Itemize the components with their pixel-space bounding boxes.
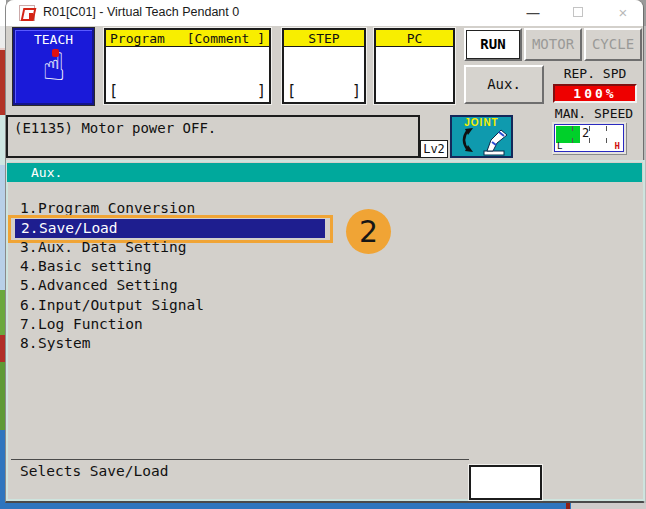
pc-display-box: PC	[374, 28, 455, 104]
joint-mode-robot-arm-icon	[454, 126, 512, 158]
aux-button[interactable]: Aux.	[464, 65, 544, 104]
error-level-badge: Lv2	[420, 140, 448, 158]
step-display-box: STEP [ ]	[282, 28, 366, 104]
menu-item-label: Program Conversion	[38, 200, 195, 216]
man-speed-high-label: H	[615, 142, 620, 151]
background-window-edge	[566, 503, 570, 509]
footer-divider	[11, 459, 469, 460]
program-header-label: Program	[110, 30, 165, 46]
hand-pointing-up-icon: ☝	[15, 48, 92, 86]
step-header-label: STEP	[308, 30, 339, 46]
desktop-bottom-strip	[0, 503, 646, 509]
program-box-body: [ ]	[106, 47, 269, 101]
cycle-indicator-button[interactable]: CYCLE	[584, 28, 642, 61]
menu-item-advanced-setting[interactable]: 5.Advanced Setting	[14, 277, 178, 296]
screen-title-bar: Aux.	[7, 163, 642, 182]
rep-spd-value-bar: 100%	[553, 84, 637, 103]
program-close-bracket: ]	[257, 82, 266, 100]
menu-item-number: 4.	[14, 258, 38, 274]
man-speed-value: 2	[582, 126, 589, 140]
joint-mode-button[interactable]: JOINT	[450, 115, 513, 158]
pc-header-label: PC	[407, 30, 423, 46]
teach-mode-switch[interactable]: TEACH ☝	[13, 28, 94, 105]
run-indicator-button[interactable]: RUN	[464, 28, 522, 61]
hand-fingertip	[52, 49, 59, 57]
man-speed-label: MAN. SPEED	[546, 106, 642, 121]
menu-item-label: System	[38, 335, 90, 351]
window-title: R01[C01] - Virtual Teach Pendant 0	[43, 5, 239, 19]
man-speed-low-label: L	[557, 142, 562, 151]
menu-item-label: Advanced Setting	[38, 277, 178, 293]
step-box-header: STEP	[284, 30, 364, 47]
menu-item-log-function[interactable]: 7.Log Function	[14, 316, 143, 335]
pc-box-header: PC	[376, 30, 453, 47]
titlebar: R01[C01] - Virtual Teach Pendant 0 — ×	[6, 0, 643, 26]
menu-item-label: Log Function	[38, 316, 143, 332]
minimize-button[interactable]: —	[516, 0, 550, 25]
menu-item-number: 6.	[14, 297, 38, 313]
gauge-tick	[606, 138, 607, 143]
menu-item-number: 7.	[14, 316, 38, 332]
background-window-sliver	[571, 503, 646, 509]
program-box-header: Program [Comment ]	[106, 30, 269, 47]
maximize-button[interactable]	[561, 0, 595, 25]
menu-item-number: 5.	[14, 277, 38, 293]
program-display-box: Program [Comment ] [ ]	[104, 28, 271, 104]
step-box-body: [ ]	[284, 47, 364, 101]
gauge-tick	[572, 138, 573, 143]
footer-hint-text: Selects Save/Load	[20, 463, 168, 479]
menu-item-system[interactable]: 8.System	[14, 335, 90, 354]
menu-item-basic-setting[interactable]: 4.Basic setting	[14, 258, 152, 277]
menu-item-input-output-signal[interactable]: 6.Input/Output Signal	[14, 297, 204, 316]
menu-item-aux-data-setting[interactable]: 3.Aux. Data Setting	[14, 239, 186, 258]
menu-item-label: Input/Output Signal	[38, 297, 204, 313]
menu-item-number: 2.	[15, 219, 39, 238]
maximize-icon	[573, 7, 583, 17]
menu-item-save-load[interactable]: 2.Save/Load	[15, 219, 325, 238]
close-button[interactable]: ×	[606, 0, 640, 25]
program-open-bracket: [	[109, 82, 118, 100]
menu-item-number: 1.	[14, 200, 38, 216]
error-message-box: (E1135) Motor power OFF.	[6, 115, 420, 158]
step-open-bracket: [	[287, 82, 296, 100]
gauge-tick	[572, 126, 573, 131]
menu-item-label: Save/Load	[39, 220, 118, 236]
step-close-bracket: ]	[352, 82, 361, 100]
motor-indicator-button[interactable]: MOTOR	[524, 28, 582, 61]
menu-item-number: 8.	[14, 335, 38, 351]
tutorial-step-badge: 2	[346, 209, 391, 254]
pc-box-body	[376, 47, 453, 101]
app-icon	[19, 5, 35, 21]
footer-input-box[interactable]	[469, 465, 542, 500]
virtual-teach-pendant-window: R01[C01] - Virtual Teach Pendant 0 — × T…	[5, 0, 644, 503]
comment-header-label: [Comment ]	[187, 30, 265, 46]
menu-item-label: Basic setting	[38, 258, 152, 274]
menu-item-number: 3.	[14, 239, 38, 255]
man-speed-gauge: 2 L H	[554, 124, 624, 152]
rep-spd-label: REP. SPD	[549, 66, 641, 81]
menu-item-label: Aux. Data Setting	[38, 239, 186, 255]
gauge-tick	[606, 126, 607, 131]
